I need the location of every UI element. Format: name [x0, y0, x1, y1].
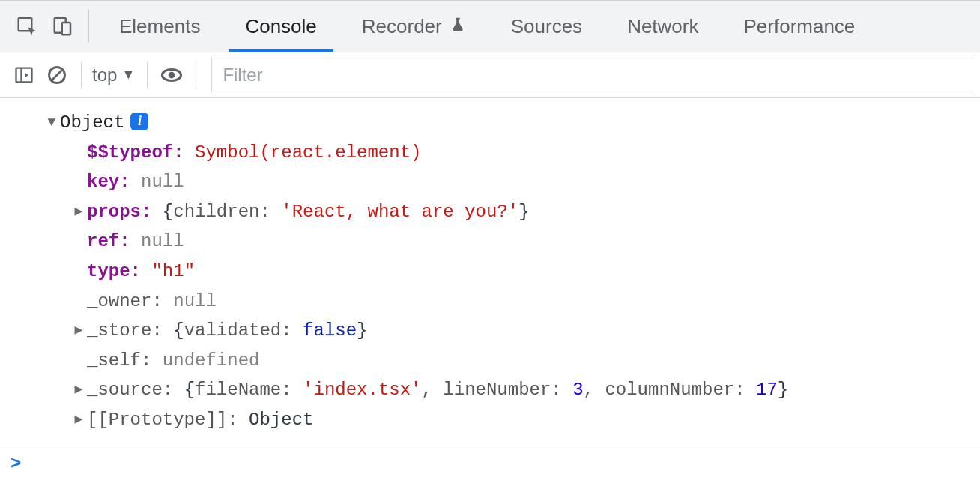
- separator: [147, 62, 148, 88]
- prop-row-type[interactable]: ▶ type: "h1": [10, 256, 980, 286]
- prop-row-owner[interactable]: ▶ _owner: null: [10, 286, 980, 316]
- prop-row-ref[interactable]: ▶ ref: null: [10, 226, 980, 256]
- prop-value: undefined: [163, 346, 260, 376]
- flask-icon: [450, 15, 466, 38]
- separator: [88, 10, 89, 43]
- tab-recorder[interactable]: Recorder: [339, 1, 489, 52]
- inspect-element-icon[interactable]: [9, 8, 45, 44]
- object-header-row[interactable]: ▼ Object i: [10, 108, 980, 138]
- prop-row-self[interactable]: ▶ _self: undefined: [10, 346, 980, 376]
- object-label: Object: [60, 108, 124, 138]
- prop-value: null: [141, 167, 184, 197]
- tab-sources[interactable]: Sources: [489, 1, 605, 52]
- prop-row-prototype[interactable]: ▶ [[Prototype]]: Object: [10, 405, 980, 435]
- prop-value: "h1": [151, 256, 195, 286]
- disclosure-triangle-open-icon[interactable]: ▼: [45, 112, 58, 134]
- disclosure-triangle-icon[interactable]: ▶: [72, 201, 85, 224]
- prop-key: props: [87, 197, 141, 227]
- prop-key: ref: [87, 226, 119, 256]
- live-expression-icon[interactable]: [155, 58, 188, 92]
- prop-value: Object: [249, 405, 313, 435]
- svg-rect-2: [62, 22, 70, 34]
- separator: [196, 62, 196, 88]
- prompt-caret-icon: >: [10, 454, 21, 474]
- prop-value: null: [173, 286, 217, 316]
- prop-key: _self: [87, 346, 141, 376]
- context-label: top: [92, 64, 117, 86]
- filter-placeholder: Filter: [223, 64, 262, 86]
- separator: [81, 62, 82, 88]
- tab-performance[interactable]: Performance: [721, 1, 877, 52]
- tab-label: Elements: [119, 15, 200, 38]
- sidebar-toggle-icon[interactable]: [7, 58, 40, 92]
- disclosure-triangle-icon[interactable]: ▶: [72, 409, 85, 431]
- chevron-down-icon: ▼: [121, 67, 135, 82]
- tab-label: Sources: [511, 15, 582, 38]
- console-prompt[interactable]: >: [0, 446, 980, 474]
- disclosure-triangle-icon[interactable]: ▶: [72, 320, 85, 342]
- tab-elements[interactable]: Elements: [97, 1, 223, 52]
- prop-key: key: [87, 167, 119, 197]
- svg-rect-3: [16, 68, 32, 82]
- devtools-tabs: Elements Console Recorder Sources Networ…: [97, 1, 877, 52]
- svg-point-8: [169, 71, 175, 78]
- disclosure-triangle-icon[interactable]: ▶: [72, 379, 85, 401]
- clear-console-icon[interactable]: [40, 58, 73, 92]
- device-toolbar-icon[interactable]: [45, 8, 81, 44]
- tab-label: Network: [627, 15, 698, 38]
- prop-row-store[interactable]: ▶ _store: {validated: false}: [10, 316, 980, 346]
- prop-key: $$typeof: [87, 138, 173, 168]
- context-selector[interactable]: top ▼: [89, 64, 139, 86]
- prop-key: _source: [87, 375, 163, 405]
- tab-console[interactable]: Console: [223, 1, 339, 52]
- tab-network[interactable]: Network: [605, 1, 721, 52]
- console-toolbar: top ▼ Filter: [0, 52, 980, 98]
- tab-label: Recorder: [362, 15, 442, 38]
- svg-line-6: [52, 70, 62, 80]
- prop-value: Symbol(react.element): [195, 138, 421, 168]
- prop-value: null: [141, 226, 184, 256]
- info-icon[interactable]: i: [130, 112, 148, 130]
- prop-key: type: [87, 256, 130, 286]
- prop-row-typeof[interactable]: ▶ $$typeof: Symbol(react.element): [10, 138, 980, 168]
- prop-row-key[interactable]: ▶ key: null: [10, 167, 980, 197]
- filter-input[interactable]: Filter: [211, 58, 973, 92]
- prop-key: [[Prototype]]: [87, 405, 227, 435]
- prop-key: _store: [87, 316, 151, 346]
- prop-row-props[interactable]: ▶ props: {children: 'React, what are you…: [10, 197, 980, 227]
- tab-label: Performance: [743, 15, 855, 38]
- prop-row-source[interactable]: ▶ _source: {fileName: 'index.tsx', lineN…: [10, 375, 980, 405]
- prop-key: _owner: [87, 286, 151, 316]
- tab-label: Console: [245, 15, 316, 38]
- devtools-tabbar: Elements Console Recorder Sources Networ…: [0, 0, 980, 52]
- console-output: ▼ Object i ▶ $$typeof: Symbol(react.elem…: [0, 98, 980, 435]
